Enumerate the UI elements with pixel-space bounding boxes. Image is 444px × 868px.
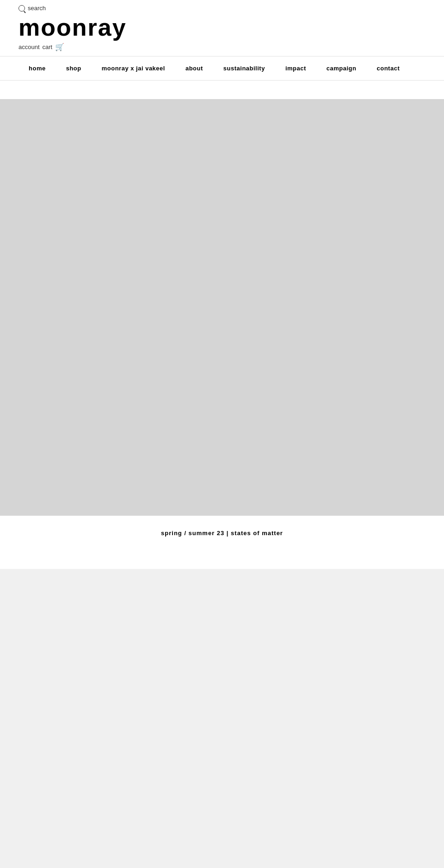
main-nav: home shop moonray x jai vakeel about sus…: [0, 56, 444, 81]
site-header: search moonray account cart 🛒: [0, 0, 444, 56]
brand-logo[interactable]: moonray: [18, 14, 426, 41]
hero-image-2: [0, 569, 444, 868]
hero-image-1: [0, 99, 444, 516]
search-icon: [18, 5, 25, 12]
nav-item-shop[interactable]: shop: [56, 56, 92, 80]
header-top: search moonray account cart 🛒: [18, 5, 426, 56]
nav-item-home[interactable]: home: [18, 56, 56, 80]
nav-item-moonray-x-jai-vakeel[interactable]: moonray x jai vakeel: [92, 56, 175, 80]
cart-icon: 🛒: [55, 43, 64, 51]
nav-item-sustainability[interactable]: sustainability: [213, 56, 275, 80]
nav-item-contact[interactable]: contact: [366, 56, 410, 80]
hero-caption-1: spring / summer 23 | states of matter: [0, 516, 444, 550]
nav-item-impact[interactable]: impact: [275, 56, 316, 80]
main-content: spring / summer 23 | states of matter sp…: [0, 99, 444, 868]
account-cart-row: account cart 🛒: [18, 43, 426, 51]
hero-section-2: spring / summer 23 | states of matter: [0, 569, 444, 868]
search-label[interactable]: search: [28, 5, 46, 12]
nav-item-campaign[interactable]: campaign: [316, 56, 367, 80]
cart-label[interactable]: cart: [43, 44, 53, 50]
nav-item-about[interactable]: about: [175, 56, 213, 80]
hero-section-1: spring / summer 23 | states of matter: [0, 99, 444, 550]
account-label[interactable]: account: [18, 44, 40, 50]
search-row[interactable]: search: [18, 5, 426, 12]
